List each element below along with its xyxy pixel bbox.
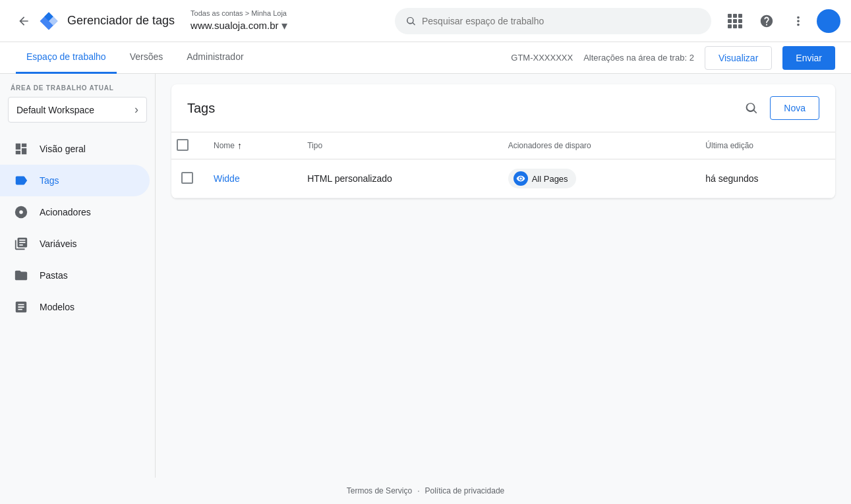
workspace-section-label: ÁREA DE TRABALHO ATUAL <box>8 84 147 92</box>
nav-tabs: Espaço de trabalho Versões Administrador… <box>0 42 851 74</box>
header-icons <box>722 8 840 34</box>
trigger-column-header: Acionadores de disparo <box>498 132 695 159</box>
search-icon <box>405 15 417 27</box>
folders-icon <box>13 268 29 283</box>
chevron-down-icon: ▾ <box>281 18 287 33</box>
sidebar-item-label-variables: Variáveis <box>40 238 77 249</box>
avatar[interactable] <box>817 9 840 33</box>
tags-actions: Nova <box>738 95 819 121</box>
sidebar-item-overview[interactable]: Visão geral <box>0 133 150 165</box>
sidebar: ÁREA DE TRABALHO ATUAL Default Workspace… <box>0 74 156 504</box>
trigger-label: All Pages <box>532 174 568 184</box>
templates-icon <box>13 300 29 314</box>
header: Gerenciador de tags Todas as contas > Mi… <box>0 0 851 42</box>
tags-panel-header: Tags Nova <box>171 84 835 132</box>
tag-trigger-cell: All Pages <box>498 159 695 198</box>
select-all-header <box>171 132 203 159</box>
sidebar-item-label-triggers: Acionadores <box>40 207 91 217</box>
type-column-header: Tipo <box>297 132 498 159</box>
sidebar-item-variables[interactable]: Variáveis <box>0 228 150 260</box>
trigger-badge[interactable]: All Pages <box>508 169 576 188</box>
grid-icon <box>728 14 742 28</box>
tab-admin[interactable]: Administrador <box>176 42 254 74</box>
more-options-button[interactable] <box>785 8 811 34</box>
help-icon <box>759 14 774 28</box>
row-checkbox[interactable] <box>181 172 193 184</box>
account-url-selector[interactable]: www.sualoja.com.br ▾ <box>191 18 287 33</box>
workspace-chevron-icon: › <box>134 103 138 117</box>
visualizar-button[interactable]: Visualizar <box>705 46 772 70</box>
overview-icon <box>13 142 29 156</box>
last-edit-column-header: Última edição <box>695 132 835 159</box>
search-input[interactable] <box>422 16 701 26</box>
sidebar-item-triggers[interactable]: Acionadores <box>0 196 150 228</box>
tag-name-cell: Widde <box>203 159 297 198</box>
gtm-logo <box>37 9 61 33</box>
row-checkbox-cell <box>171 159 203 198</box>
layout: ÁREA DE TRABALHO ATUAL Default Workspace… <box>0 74 851 504</box>
nova-button[interactable]: Nova <box>770 96 819 120</box>
sort-arrow-icon: ↑ <box>237 140 242 151</box>
tags-search-button[interactable] <box>738 95 765 121</box>
back-button[interactable] <box>11 8 37 34</box>
app-title: Gerenciador de tags <box>67 14 175 28</box>
workspace-section: ÁREA DE TRABALHO ATUAL Default Workspace… <box>0 74 155 128</box>
privacy-link[interactable]: Política de privacidade <box>425 486 504 495</box>
tags-panel: Tags Nova Nome <box>171 84 835 198</box>
sidebar-item-templates[interactable]: Modelos <box>0 291 150 323</box>
sidebar-item-label-templates: Modelos <box>40 302 74 312</box>
terms-link[interactable]: Termos de Serviço <box>347 486 412 495</box>
sidebar-item-tags[interactable]: Tags <box>0 165 150 196</box>
tag-type-cell: HTML personalizado <box>297 159 498 198</box>
name-column-header: Nome ↑ <box>203 132 297 159</box>
footer-separator: · <box>417 486 419 495</box>
sidebar-nav: Visão geral Tags Acionadores <box>0 133 155 504</box>
search-icon <box>744 101 759 115</box>
triggers-icon <box>13 205 29 219</box>
svg-point-4 <box>19 210 23 214</box>
grid-apps-button[interactable] <box>722 8 748 34</box>
table-row: Widde HTML personalizado All Pages há <box>171 159 835 198</box>
workspace-name: Default Workspace <box>16 105 94 115</box>
sidebar-item-label-tags: Tags <box>40 175 59 186</box>
footer: Termos de Serviço · Política de privacid… <box>0 478 851 504</box>
name-sort[interactable]: Nome ↑ <box>214 140 242 151</box>
help-button[interactable] <box>753 8 780 34</box>
nav-right: GTM-XXXXXXX Alterações na área de trab: … <box>511 46 835 70</box>
tag-last-edit-cell: há segundos <box>695 159 835 198</box>
sidebar-item-folders[interactable]: Pastas <box>0 260 150 291</box>
workspace-selector[interactable]: Default Workspace › <box>8 97 147 123</box>
tab-versions[interactable]: Versões <box>119 42 174 74</box>
tags-panel-title: Tags <box>187 101 215 116</box>
breadcrumb: Todas as contas > Minha Loja <box>191 9 287 17</box>
more-vert-icon <box>791 14 806 28</box>
tags-icon <box>13 173 29 188</box>
enviar-button[interactable]: Enviar <box>782 46 835 70</box>
tag-name-link[interactable]: Widde <box>214 173 240 184</box>
changes-label: Alterações na área de trab: 2 <box>583 53 694 63</box>
trigger-eye-icon <box>514 171 528 186</box>
select-all-checkbox[interactable] <box>177 139 189 151</box>
tab-workspace[interactable]: Espaço de trabalho <box>16 42 117 74</box>
main-content: Tags Nova Nome <box>156 74 851 504</box>
tags-table: Nome ↑ Tipo Acionadores de disparo Últim… <box>171 132 835 198</box>
gtm-id: GTM-XXXXXXX <box>511 53 573 63</box>
account-info: Todas as contas > Minha Loja www.sualoja… <box>191 9 287 33</box>
search-bar[interactable] <box>395 8 711 34</box>
sidebar-item-label-folders: Pastas <box>40 270 68 281</box>
variables-icon <box>13 237 29 251</box>
sidebar-item-label-overview: Visão geral <box>40 144 86 154</box>
